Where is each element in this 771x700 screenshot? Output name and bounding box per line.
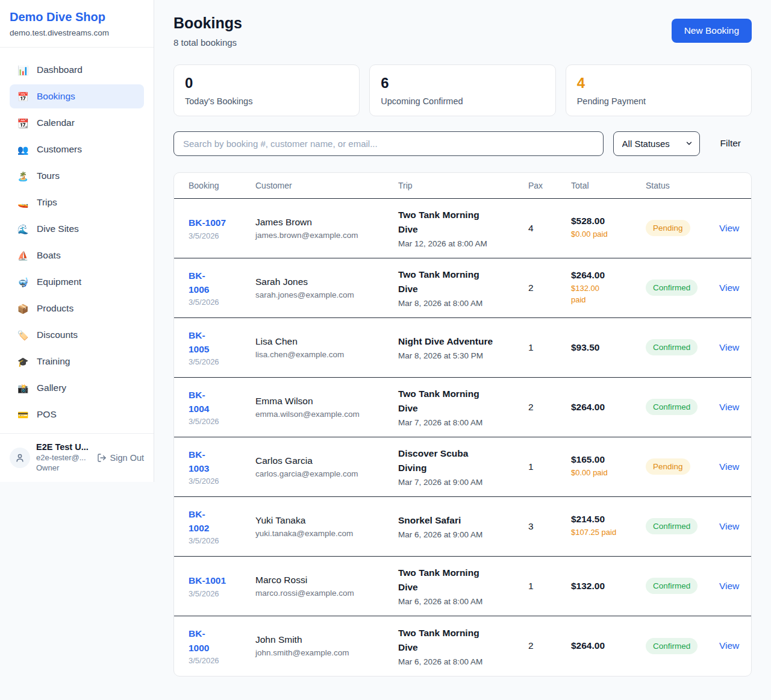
user-section: E2E Test U... e2e-tester@... Owner Sign … (0, 433, 154, 482)
booking-id-link[interactable]: BK-1001 (189, 573, 255, 587)
sidebar-item-label: Calendar (37, 117, 75, 128)
booking-id-link[interactable]: BK-1007 (189, 216, 255, 230)
booking-id-link[interactable]: BK- 1004 (189, 388, 255, 416)
view-link[interactable]: View (719, 342, 739, 352)
sidebar-item[interactable]: ⛵ Boats (10, 243, 144, 267)
total-amount: $165.00 (571, 454, 646, 465)
sign-out-button[interactable]: Sign Out (97, 453, 144, 463)
view-link[interactable]: View (719, 461, 739, 472)
status-cell: Confirmed (646, 399, 719, 415)
stat-value: 0 (185, 75, 348, 92)
sidebar-item[interactable]: 🌊 Dive Sites (10, 217, 144, 241)
total-cell: $264.00 (571, 640, 646, 651)
customer-name: Carlos Garcia (255, 455, 398, 466)
bar-chart-icon: 📊 (17, 66, 29, 75)
trip-datetime: Mar 12, 2026 at 8:00 AM (398, 239, 528, 248)
trip-datetime: Mar 6, 2026 at 9:00 AM (398, 530, 528, 539)
booking-id-link[interactable]: BK- 1006 (189, 269, 255, 297)
sidebar-item[interactable]: 🤿 Equipment (10, 270, 144, 294)
actions-cell: View (719, 223, 740, 234)
sidebar-item[interactable]: 📊 Dashboard (10, 58, 144, 82)
sidebar-item-label: Customers (37, 144, 82, 155)
view-link[interactable]: View (719, 640, 739, 651)
booking-id-link[interactable]: BK- 1005 (189, 328, 255, 357)
package-icon: 📦 (17, 304, 29, 313)
page-subtitle: 8 total bookings (173, 37, 242, 48)
sidebar-item[interactable]: 📆 Calendar (10, 111, 144, 135)
user-role: Owner (36, 463, 89, 473)
stat-label: Upcoming Confirmed (381, 96, 544, 106)
view-link[interactable]: View (719, 402, 739, 412)
status-badge: Confirmed (646, 578, 698, 594)
island-icon: 🏝️ (17, 172, 29, 181)
total-cell: $528.00 $0.00 paid (571, 216, 646, 240)
booking-cell: BK- 1002 3/5/2026 (189, 507, 255, 546)
filter-button[interactable]: Filter (710, 138, 752, 149)
sidebar-item[interactable]: 🏝️ Tours (10, 164, 144, 188)
sidebar-item-label: POS (37, 409, 57, 420)
search-input[interactable] (173, 131, 604, 156)
booking-cell: BK- 1004 3/5/2026 (189, 388, 255, 427)
trip-datetime: Mar 8, 2026 at 5:30 PM (398, 351, 528, 360)
table-row: BK-1007 3/5/2026 James Brown james.brown… (174, 199, 751, 258)
sidebar-item[interactable]: 📅 Bookings (10, 84, 144, 108)
trip-cell: Two Tank Morning Dive Mar 7, 2026 at 8:0… (398, 387, 528, 427)
actions-cell: View (719, 283, 740, 293)
booking-date: 3/5/2026 (189, 417, 255, 426)
customer-cell: Lisa Chen lisa.chen@example.com (255, 336, 398, 359)
sidebar-item[interactable]: 🏷️ Discounts (10, 323, 144, 347)
customer-cell: Emma Wilson emma.wilson@example.com (255, 396, 398, 419)
person-icon (14, 452, 25, 463)
sidebar-item[interactable]: 📸 Gallery (10, 376, 144, 400)
view-link[interactable]: View (719, 223, 739, 233)
sidebar-item-label: Gallery (37, 383, 66, 393)
sidebar-item[interactable]: 📦 Products (10, 296, 144, 320)
customer-email: emma.wilson@example.com (255, 410, 398, 419)
pax-cell: 1 (528, 342, 571, 353)
total-amount: $214.50 (571, 514, 646, 525)
status-filter-select[interactable]: All Statuses (613, 131, 700, 156)
new-booking-button[interactable]: New Booking (672, 19, 752, 43)
status-badge: Confirmed (646, 518, 698, 534)
actions-cell: View (719, 521, 740, 532)
booking-id-link[interactable]: BK- 1000 (189, 627, 255, 655)
page-header: Bookings 8 total bookings New Booking (173, 14, 752, 48)
view-link[interactable]: View (719, 521, 739, 531)
view-link[interactable]: View (719, 581, 739, 591)
booking-id-link[interactable]: BK- 1002 (189, 507, 255, 536)
customer-cell: Sarah Jones sarah.jones@example.com (255, 277, 398, 299)
trip-name: Two Tank Morning Dive (398, 208, 528, 237)
sidebar-item-label: Tours (37, 170, 60, 181)
customer-email: james.brown@example.com (255, 231, 398, 240)
actions-cell: View (719, 581, 740, 592)
avatar (10, 448, 30, 468)
booking-cell: BK- 1005 3/5/2026 (189, 328, 255, 367)
stat-label: Today's Bookings (185, 96, 348, 106)
sidebar-nav: 📊 Dashboard 📅 Bookings 📆 Calendar 👥 Cust… (0, 48, 154, 433)
sidebar-item[interactable]: 🚤 Trips (10, 190, 144, 214)
view-link[interactable]: View (719, 283, 739, 293)
pax-cell: 2 (528, 283, 571, 293)
booking-date: 3/5/2026 (189, 231, 255, 240)
sidebar-item[interactable]: 👥 Customers (10, 137, 144, 161)
booking-id-link[interactable]: BK- 1003 (189, 448, 255, 476)
column-header-total: Total (571, 181, 646, 190)
trip-datetime: Mar 7, 2026 at 8:00 AM (398, 418, 528, 427)
table-body: BK-1007 3/5/2026 James Brown james.brown… (174, 199, 751, 676)
actions-cell: View (719, 461, 740, 472)
stat-label: Pending Payment (577, 96, 740, 106)
sidebar-item[interactable]: 💳 POS (10, 402, 144, 427)
total-amount: $132.00 (571, 581, 646, 592)
customer-name: James Brown (255, 217, 398, 228)
stat-value: 6 (381, 75, 544, 92)
trip-name: Discover Scuba Diving (398, 446, 528, 475)
wave-icon: 🌊 (17, 225, 29, 234)
total-amount: $264.00 (571, 402, 646, 413)
customer-cell: John Smith john.smith@example.com (255, 634, 398, 657)
diving-mask-icon: 🤿 (17, 278, 29, 287)
sidebar-item[interactable]: 🎓 Training (10, 349, 144, 373)
customer-name: John Smith (255, 634, 398, 645)
trip-cell: Two Tank Morning Dive Mar 6, 2026 at 8:0… (398, 566, 528, 606)
trip-datetime: Mar 6, 2026 at 8:00 AM (398, 597, 528, 606)
customer-name: Yuki Tanaka (255, 515, 398, 526)
